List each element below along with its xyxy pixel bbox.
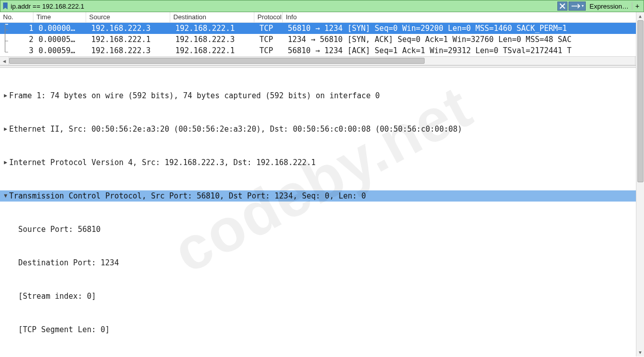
tree-item[interactable]: ·[Stream index: 0] [0, 291, 644, 302]
add-filter-button[interactable]: + [632, 2, 642, 10]
display-filter-input[interactable] [11, 3, 556, 10]
tree-label: Destination Port: 1234 [18, 257, 119, 268]
packet-row[interactable]: 3 0.00059… 192.168.222.3 192.168.222.1 T… [0, 45, 644, 56]
scrollbar-track[interactable] [636, 20, 644, 348]
tree-label: Source Port: 56810 [18, 224, 101, 235]
packet-row[interactable]: 1 0.00000… 192.168.222.3 192.168.222.1 T… [0, 23, 644, 34]
cell-protocol: TCP [254, 45, 283, 56]
column-time[interactable]: Time [33, 12, 86, 22]
tree-label: Frame 1: 74 bytes on wire (592 bits), 74… [9, 90, 380, 101]
collapse-icon[interactable]: ▼ [2, 190, 9, 202]
scrollbar-track[interactable] [9, 57, 635, 65]
cell-info: 1234 → 56810 [SYN, ACK] Seq=0 Ack=1 Win=… [283, 34, 644, 45]
tree-item-tcp[interactable]: ▼ Transmission Control Protocol, Src Por… [0, 190, 644, 202]
packet-row[interactable]: 2 0.00005… 192.168.222.1 192.168.222.3 T… [0, 34, 644, 45]
details-vertical-scrollbar[interactable]: ▲ ▼ [636, 12, 644, 356]
tree-label: Transmission Control Protocol, Src Port:… [9, 190, 366, 202]
scrollbar-thumb[interactable] [9, 58, 425, 64]
packet-list-scrollbar[interactable]: ◀ ▶ [0, 56, 644, 65]
tree-item[interactable]: ·[TCP Segment Len: 0] [0, 324, 644, 335]
scroll-left-icon[interactable]: ◀ [0, 57, 9, 65]
expand-icon[interactable]: ▶ [2, 124, 9, 135]
scroll-up-icon[interactable]: ▲ [636, 12, 644, 20]
column-protocol[interactable]: Protocol [254, 12, 283, 22]
tree-item[interactable]: ·Destination Port: 1234 [0, 257, 644, 268]
scrollbar-thumb[interactable] [637, 20, 643, 182]
cell-time: 0.00059… [33, 45, 86, 56]
packet-list[interactable]: 1 0.00000… 192.168.222.3 192.168.222.1 T… [0, 23, 644, 56]
cell-source: 192.168.222.3 [86, 45, 170, 56]
display-filter-bar: Expression… + [0, 0, 644, 12]
cell-no: 3 [15, 45, 33, 56]
tree-label: Internet Protocol Version 4, Src: 192.16… [9, 157, 316, 168]
tree-label: [Stream index: 0] [18, 291, 96, 302]
cell-no: 2 [15, 34, 33, 45]
cell-destination: 192.168.222.1 [170, 45, 254, 56]
packet-details[interactable]: ▶ Frame 1: 74 bytes on wire (592 bits), … [0, 68, 644, 357]
cell-info: 56810 → 1234 [SYN] Seq=0 Win=29200 Len=0… [283, 23, 644, 34]
cell-destination: 192.168.222.3 [170, 34, 254, 45]
tree-item-ethernet[interactable]: ▶ Ethernet II, Src: 00:50:56:2e:a3:20 (0… [0, 124, 644, 135]
bookmark-icon[interactable] [2, 3, 9, 10]
tree-label: [TCP Segment Len: 0] [18, 324, 110, 335]
apply-filter-button[interactable] [569, 2, 586, 11]
column-destination[interactable]: Destination [170, 12, 254, 22]
column-no[interactable]: No. [0, 12, 33, 22]
expression-button[interactable]: Expression… [586, 3, 632, 10]
tree-item-frame[interactable]: ▶ Frame 1: 74 bytes on wire (592 bits), … [0, 90, 644, 101]
scroll-down-icon[interactable]: ▼ [636, 348, 644, 356]
cell-destination: 192.168.222.1 [170, 23, 254, 34]
tree-label: Ethernet II, Src: 00:50:56:2e:a3:20 (00:… [9, 124, 462, 135]
column-source[interactable]: Source [86, 12, 170, 22]
cell-protocol: TCP [254, 23, 283, 34]
cell-time: 0.00000… [33, 23, 86, 34]
cell-no: 1 [15, 23, 33, 34]
packet-list-header: No. Time Source Destination Protocol Inf… [0, 12, 644, 23]
tree-item[interactable]: ·Source Port: 56810 [0, 224, 644, 235]
column-info[interactable]: Info [283, 12, 644, 22]
cell-time: 0.00005… [33, 34, 86, 45]
cell-source: 192.168.222.1 [86, 34, 170, 45]
cell-protocol: TCP [254, 34, 283, 45]
cell-info: 56810 → 1234 [ACK] Seq=1 Ack=1 Win=29312… [283, 45, 644, 56]
expand-icon[interactable]: ▶ [2, 90, 9, 101]
clear-filter-button[interactable] [557, 2, 567, 11]
expand-icon[interactable]: ▶ [2, 157, 9, 168]
tree-item-ip[interactable]: ▶ Internet Protocol Version 4, Src: 192.… [0, 157, 644, 168]
cell-source: 192.168.222.3 [86, 23, 170, 34]
